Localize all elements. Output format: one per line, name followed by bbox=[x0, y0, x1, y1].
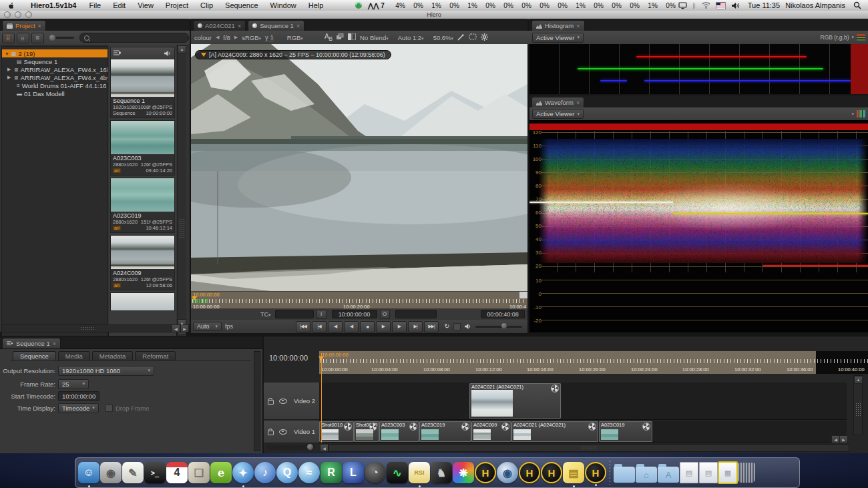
play-backward-button[interactable]: ◀ bbox=[344, 321, 359, 332]
proxy-dropdown[interactable]: Auto 1:2▾ bbox=[398, 34, 424, 41]
input-language-flag-icon[interactable] bbox=[716, 2, 726, 9]
in-point-field[interactable] bbox=[275, 310, 314, 318]
menu-view[interactable]: View bbox=[132, 1, 160, 9]
dock-hiero-3-icon[interactable]: H bbox=[585, 462, 606, 483]
viewer-timeline-ruler[interactable]: 10:00:00:00 10:00:00:00 10:00:20:00 10:0… bbox=[191, 291, 527, 309]
timeline-playhead[interactable] bbox=[321, 353, 322, 443]
tree-item-arriraw-16by[interactable]: ▶ ≣ARRIRAW_ALEXA_FW4.x_16by bbox=[2, 65, 107, 73]
track-header-video-1[interactable]: Video 1 bbox=[264, 421, 319, 443]
dock-window-stack-icon[interactable]: ▤ bbox=[680, 462, 698, 483]
zoom-dropdown[interactable]: 50.6%▾ bbox=[433, 34, 453, 41]
tab-a024c021[interactable]: A024C021× bbox=[193, 20, 246, 31]
set-out-button[interactable]: O bbox=[380, 310, 390, 319]
tab-sequence-1-props[interactable]: Sequence 1× bbox=[2, 338, 61, 348]
timeline-zoom-slider[interactable] bbox=[266, 445, 314, 450]
tree-item-project-root[interactable]: ▼ ▦ 2 (19) bbox=[2, 49, 107, 57]
track-visibility-icon[interactable] bbox=[279, 429, 287, 435]
timeline-vertical-scrollbar[interactable]: ▲ bbox=[853, 375, 863, 435]
subtab-reformat[interactable]: Reformat bbox=[135, 351, 176, 360]
dock-itunes-icon[interactable]: ♪ bbox=[254, 462, 276, 483]
dock-disk-utility-icon[interactable]: ◉ bbox=[100, 462, 122, 483]
display-menu-icon[interactable] bbox=[678, 2, 687, 9]
close-tab-icon[interactable]: × bbox=[238, 23, 241, 29]
exposure-value[interactable]: f/8 bbox=[223, 34, 230, 41]
dock-hiero-icon[interactable]: H bbox=[475, 462, 496, 483]
sort-settings-icon[interactable] bbox=[114, 50, 122, 57]
waveform-mode-dropdown[interactable]: ▾ bbox=[851, 110, 865, 117]
dock-folder-documents-icon[interactable] bbox=[614, 467, 635, 483]
detail-view-button[interactable]: ⣶ bbox=[17, 33, 29, 43]
bluetooth-menu-icon[interactable]: ᛒ bbox=[692, 2, 696, 9]
close-tab-icon[interactable]: × bbox=[53, 340, 56, 347]
lock-track-icon[interactable] bbox=[268, 431, 274, 435]
scroll-left-icon[interactable]: ◀ bbox=[172, 324, 180, 332]
out-point-field[interactable] bbox=[395, 310, 437, 318]
dock-calendar-icon[interactable]: 4 bbox=[166, 462, 188, 483]
step-forward-button[interactable]: ▶ bbox=[392, 321, 407, 332]
timeline-clip-a024c021-v2[interactable]: A024C021 (A024C021) bbox=[469, 383, 561, 419]
menu-sequence[interactable]: Sequence bbox=[219, 1, 264, 9]
sync-status-icon[interactable] bbox=[355, 1, 363, 9]
dock-dashboard-icon[interactable]: ◔ bbox=[365, 462, 386, 483]
bin-vertical-scrollbar[interactable]: ▲ ▲ ▼ bbox=[177, 45, 186, 343]
timeline-clip-a023c003[interactable]: A023C003 bbox=[379, 421, 419, 442]
track-visibility-icon[interactable] bbox=[279, 399, 287, 404]
volume-slider[interactable] bbox=[475, 326, 522, 328]
next-edit-button[interactable]: ▶| bbox=[408, 321, 423, 332]
dock-rsi-status-window-icon[interactable]: ▦ bbox=[718, 462, 737, 483]
ruler-scroll-handle[interactable] bbox=[519, 292, 527, 298]
tab-histogram[interactable]: Histogram× bbox=[531, 20, 585, 31]
scroll-right-icon[interactable]: ▶ bbox=[839, 435, 848, 443]
output-resolution-dropdown[interactable]: 1920x1080 HD 1080▾ bbox=[58, 366, 154, 376]
menu-app-name[interactable]: Hiero1.5v1b4 bbox=[24, 1, 83, 9]
close-tab-icon[interactable]: × bbox=[576, 23, 580, 29]
duration-field[interactable]: 00:00:40:08 bbox=[481, 310, 525, 318]
time-display-dropdown[interactable]: Timecode▾ bbox=[58, 403, 99, 413]
viewer-image[interactable]: [A] A024C009: 2880 x 1620 – 25 FPS – 10:… bbox=[191, 44, 527, 291]
dock-safari-icon[interactable]: ✦ bbox=[232, 462, 254, 483]
menu-edit[interactable]: Edit bbox=[107, 1, 132, 9]
tab-sequence-1[interactable]: Sequence 1× bbox=[248, 20, 304, 31]
scroll-left-icon[interactable]: ◀ bbox=[320, 444, 329, 452]
lock-track-icon[interactable] bbox=[268, 400, 274, 405]
dock-window-stack-icon[interactable]: ▤ bbox=[699, 462, 718, 483]
subtab-metadata[interactable]: Metadata bbox=[92, 351, 134, 360]
dock-photos-icon[interactable]: ❏ bbox=[188, 462, 210, 483]
tab-project[interactable]: Project× bbox=[2, 20, 46, 31]
thumb-size-slider[interactable] bbox=[49, 35, 74, 41]
drop-frame-checkbox[interactable] bbox=[105, 405, 113, 412]
apple-menu-icon[interactable] bbox=[7, 2, 16, 9]
viewer-channels-dropdown[interactable]: RGB▾ bbox=[287, 34, 303, 41]
play-button[interactable]: ▶ bbox=[376, 321, 391, 332]
dock-terminal-icon[interactable]: >_ bbox=[144, 462, 166, 483]
audio-enabled-icon[interactable] bbox=[164, 50, 172, 57]
dock-finder-icon[interactable]: ☺ bbox=[78, 462, 99, 483]
timeline-clip-a024c009[interactable]: A024C009 bbox=[471, 421, 511, 442]
bin-card-partial[interactable] bbox=[110, 292, 175, 311]
dock-openoffice-icon[interactable]: ≈ bbox=[298, 462, 320, 483]
loop-mode-icon[interactable]: ↻ bbox=[440, 321, 453, 331]
close-tab-icon[interactable]: × bbox=[576, 99, 580, 106]
layers-icon[interactable] bbox=[337, 33, 344, 41]
twist-closed-icon[interactable]: ▶ bbox=[7, 75, 12, 80]
dock-trash-icon[interactable] bbox=[738, 463, 755, 483]
wipe-split-icon[interactable] bbox=[348, 33, 356, 41]
timeline-clip-shot0020[interactable]: Shot0020 bbox=[354, 421, 379, 442]
set-in-button[interactable]: I bbox=[316, 310, 327, 319]
project-search-field[interactable] bbox=[79, 33, 189, 43]
tc-mode-dropdown[interactable]: TC▾ bbox=[260, 311, 271, 318]
timeline-clip-a023c019[interactable]: A023C019 bbox=[419, 421, 471, 442]
tree-item-das-modell[interactable]: ▬01 Das Modell bbox=[2, 89, 107, 97]
dock-hiero-2-icon[interactable]: H bbox=[519, 462, 540, 483]
ab-compare-icon[interactable]: AB bbox=[324, 33, 333, 42]
scroll-up-icon[interactable]: ▲ bbox=[178, 45, 186, 53]
dock-hieroplayer-icon[interactable]: H bbox=[541, 462, 562, 483]
dock-activity-monitor-icon[interactable]: ∿ bbox=[387, 462, 408, 483]
close-tab-icon[interactable]: × bbox=[38, 23, 41, 29]
menu-user-name[interactable]: Nikolaos Almpanis bbox=[785, 1, 845, 9]
dock-folder-library-icon[interactable]: ⌂ bbox=[636, 467, 657, 483]
dock-folder-applications-icon[interactable]: A bbox=[658, 467, 679, 483]
waveform-source-dropdown[interactable]: Active Viewer▾ bbox=[532, 109, 584, 119]
subtab-media[interactable]: Media bbox=[58, 351, 90, 360]
spotlight-icon[interactable] bbox=[853, 1, 861, 9]
